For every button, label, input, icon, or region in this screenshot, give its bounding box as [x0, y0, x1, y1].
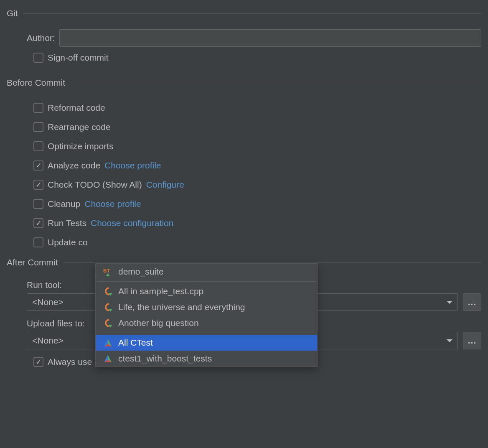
before-commit-checkbox[interactable] — [33, 199, 43, 209]
chevron-down-icon — [447, 301, 452, 304]
before-commit-checkbox[interactable] — [33, 160, 43, 171]
popup-item-label: Life, the universe and everything — [118, 302, 245, 312]
before-commit-label: Analyze code — [48, 160, 100, 171]
before-commit-label: Check TODO (Show All) — [48, 180, 142, 190]
popup-divider — [97, 333, 316, 333]
popup-item[interactable]: BTdemo_suite — [96, 264, 317, 280]
before-commit-label: Optimize imports — [48, 141, 114, 151]
git-section-title: Git — [7, 8, 18, 18]
popup-item-label: All CTest — [118, 338, 153, 348]
svg-marker-1 — [106, 273, 110, 276]
before-commit-checkbox[interactable] — [33, 237, 43, 247]
popup-item-label: ctest1_with_boost_tests — [118, 354, 212, 364]
before-commit-link[interactable]: Choose profile — [84, 199, 141, 209]
before-commit-item: Check TODO (Show All) Configure — [7, 180, 481, 190]
author-input[interactable] — [59, 29, 481, 47]
before-commit-checkbox[interactable] — [33, 180, 43, 190]
popup-item[interactable]: ctest1_with_boost_tests — [96, 351, 317, 367]
cmake-icon — [103, 354, 112, 363]
before-commit-item: Optimize imports — [7, 141, 481, 151]
section-divider — [63, 262, 481, 263]
before-commit-checkbox[interactable] — [33, 122, 43, 132]
run-tool-value: <None> — [32, 297, 64, 307]
catch-icon — [103, 318, 112, 328]
before-commit-item: Update co — [7, 237, 481, 247]
before-commit-item: Run Tests Choose configuration — [7, 218, 481, 228]
before-commit-section-header: Before Commit — [7, 78, 481, 88]
signoff-label: Sign-off commit — [48, 53, 109, 63]
signoff-checkbox[interactable] — [33, 53, 43, 63]
popup-item[interactable]: Life, the universe and everything — [96, 299, 317, 315]
popup-item[interactable]: All CTest — [96, 335, 317, 351]
before-commit-item: Cleanup Choose profile — [7, 199, 481, 209]
upload-value: <None> — [32, 336, 64, 346]
git-section-header: Git — [7, 8, 481, 18]
popup-divider — [97, 281, 316, 282]
run-config-popup: BTdemo_suiteAll in sample_test.cppLife, … — [95, 263, 318, 367]
popup-item-label: All in sample_test.cpp — [118, 286, 203, 296]
before-commit-label: Run Tests — [48, 218, 86, 228]
upload-browse-button[interactable]: ... — [463, 332, 481, 349]
cmake-icon — [103, 338, 112, 347]
bt-icon: BT — [103, 267, 112, 276]
section-divider — [70, 83, 481, 83]
before-commit-link[interactable]: Choose configuration — [91, 218, 173, 228]
before-commit-link[interactable]: Choose profile — [104, 160, 161, 171]
popup-item[interactable]: Another big question — [96, 315, 317, 331]
chevron-down-icon — [447, 339, 452, 342]
before-commit-link[interactable]: Configure — [146, 180, 184, 190]
svg-text:BT: BT — [103, 268, 110, 274]
before-commit-label: Rearrange code — [48, 122, 111, 132]
after-commit-title: After Commit — [7, 257, 58, 267]
catch-icon — [103, 303, 112, 312]
before-commit-title: Before Commit — [7, 78, 65, 88]
before-commit-checkbox[interactable] — [33, 141, 43, 151]
before-commit-label: Reformat code — [48, 103, 105, 113]
before-commit-checkbox[interactable] — [33, 103, 43, 113]
before-commit-item: Reformat code — [7, 103, 481, 113]
popup-item-label: demo_suite — [118, 267, 164, 277]
always-use-server-checkbox[interactable] — [33, 357, 43, 367]
before-commit-label: Update co — [48, 237, 88, 247]
popup-item-label: Another big question — [118, 318, 199, 328]
before-commit-item: Rearrange code — [7, 122, 481, 132]
before-commit-label: Cleanup — [48, 199, 80, 209]
section-divider — [23, 13, 481, 14]
run-tool-browse-button[interactable]: ... — [463, 293, 481, 311]
before-commit-checkbox[interactable] — [33, 218, 43, 228]
popup-item[interactable]: All in sample_test.cpp — [96, 283, 317, 299]
author-label: Author: — [27, 33, 55, 43]
before-commit-item: Analyze code Choose profile — [7, 160, 481, 171]
catch-icon — [103, 287, 112, 296]
